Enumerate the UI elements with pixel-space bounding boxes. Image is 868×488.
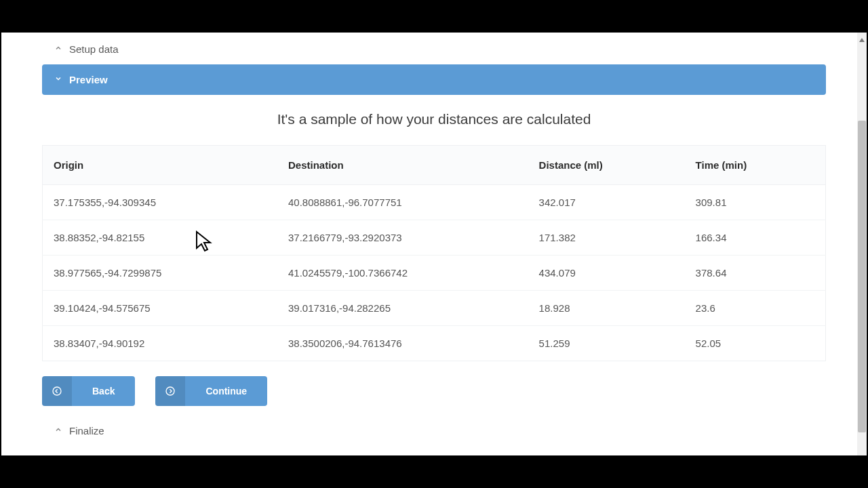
scrollbar-thumb[interactable]: [858, 121, 866, 432]
header-destination: Destination: [277, 146, 528, 185]
cell-origin: 39.10424,-94.575675: [43, 291, 278, 326]
back-button-label: Back: [72, 386, 135, 396]
finalize-section[interactable]: Finalize: [42, 420, 826, 442]
table-row: 37.175355,-94.30934540.8088861,-96.70777…: [43, 185, 826, 220]
cell-destination: 41.0245579,-100.7366742: [277, 256, 528, 291]
setup-data-section[interactable]: Setup data: [42, 38, 826, 60]
chevron-up-icon: [54, 426, 62, 436]
sample-description: It's a sample of how your distances are …: [42, 99, 826, 145]
table-row: 38.977565,-94.729987541.0245579,-100.736…: [43, 256, 826, 291]
cell-time: 166.34: [685, 220, 826, 256]
cell-distance: 434.079: [528, 256, 685, 291]
chevron-down-icon: [54, 75, 62, 85]
continue-button-label: Continue: [185, 386, 267, 396]
continue-arrow-icon: [155, 376, 185, 406]
table-row: 38.88352,-94.8215537.2166779,-93.2920373…: [43, 220, 826, 256]
cell-time: 52.05: [685, 326, 826, 361]
cell-origin: 38.977565,-94.7299875: [43, 256, 278, 291]
cell-origin: 38.88352,-94.82155: [43, 220, 278, 256]
header-distance: Distance (ml): [528, 146, 685, 185]
table-row: 38.83407,-94.9019238.3500206,-94.7613476…: [43, 326, 826, 361]
table-row: 39.10424,-94.57567539.017316,-94.2822651…: [43, 291, 826, 326]
finalize-label: Finalize: [69, 425, 104, 436]
header-time: Time (min): [685, 146, 826, 185]
scroll-up-icon[interactable]: [859, 34, 865, 46]
continue-button[interactable]: Continue: [155, 376, 267, 406]
cell-origin: 38.83407,-94.90192: [43, 326, 278, 361]
back-arrow-icon: [42, 376, 72, 406]
cell-destination: 37.2166779,-93.2920373: [277, 220, 528, 256]
cell-distance: 18.928: [528, 291, 685, 326]
cell-destination: 38.3500206,-94.7613476: [277, 326, 528, 361]
main-viewport: Setup data Preview It's a sample of how …: [1, 33, 867, 455]
cell-time: 378.64: [685, 256, 826, 291]
setup-data-label: Setup data: [69, 43, 119, 55]
svg-point-0: [53, 387, 61, 395]
distance-table: Origin Destination Distance (ml) Time (m…: [42, 145, 826, 361]
scrollbar[interactable]: [857, 33, 867, 455]
cell-distance: 171.382: [528, 220, 685, 256]
preview-label: Preview: [69, 74, 108, 85]
cell-destination: 40.8088861,-96.7077751: [277, 185, 528, 220]
cell-distance: 51.259: [528, 326, 685, 361]
cell-time: 309.81: [685, 185, 826, 220]
cell-origin: 37.175355,-94.309345: [43, 185, 278, 220]
header-origin: Origin: [43, 146, 278, 185]
svg-point-1: [166, 387, 174, 395]
cell-distance: 342.017: [528, 185, 685, 220]
preview-section[interactable]: Preview: [42, 64, 826, 95]
cell-time: 23.6: [685, 291, 826, 326]
chevron-up-icon: [54, 44, 62, 54]
cell-destination: 39.017316,-94.282265: [277, 291, 528, 326]
back-button[interactable]: Back: [42, 376, 135, 406]
svg-marker-2: [859, 38, 865, 42]
